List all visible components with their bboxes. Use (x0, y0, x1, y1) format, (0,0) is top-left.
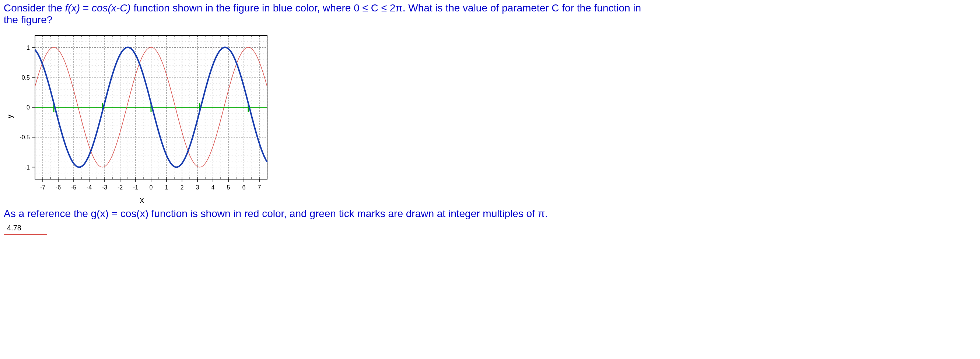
svg-text:1: 1 (27, 45, 30, 51)
svg-text:-3: -3 (102, 184, 107, 191)
chart-svg: -7-6-5-4-3-2-101234567-1-0.500.51 (9, 28, 274, 194)
y-axis-label: y (5, 115, 14, 119)
svg-text:-6: -6 (56, 184, 61, 191)
svg-text:-1: -1 (25, 164, 30, 171)
svg-text:3: 3 (196, 184, 199, 191)
question-text: Consider the f(x) = cos(x-C) function sh… (4, 2, 976, 26)
svg-text:-5: -5 (71, 184, 76, 191)
svg-text:0: 0 (27, 104, 30, 110)
svg-text:0: 0 (150, 184, 153, 191)
svg-text:-4: -4 (87, 184, 92, 191)
svg-text:4: 4 (212, 184, 215, 191)
svg-text:0.5: 0.5 (22, 75, 30, 81)
chart-container: y -7-6-5-4-3-2-101234567-1-0.500.51 x (7, 28, 976, 205)
reference-note: As a reference the g(x) = cos(x) functio… (4, 208, 976, 220)
svg-text:5: 5 (227, 184, 230, 191)
answer-input[interactable]: 4.78 (4, 222, 47, 235)
svg-text:-1: -1 (133, 184, 138, 191)
x-axis-label: x (9, 195, 274, 205)
svg-text:7: 7 (258, 184, 261, 191)
svg-text:-7: -7 (40, 184, 45, 191)
svg-text:-2: -2 (118, 184, 123, 191)
svg-text:1: 1 (165, 184, 169, 191)
svg-text:-0.5: -0.5 (19, 134, 30, 141)
svg-text:6: 6 (242, 184, 246, 191)
svg-text:2: 2 (181, 184, 184, 191)
